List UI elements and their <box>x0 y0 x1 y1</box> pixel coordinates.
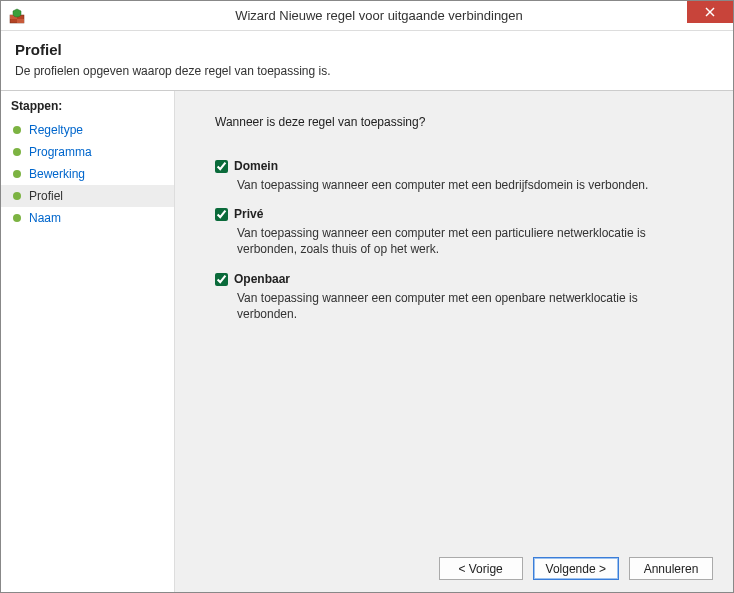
checkbox-row-domain[interactable]: Domein <box>215 159 705 173</box>
main-pane: Wanneer is deze regel van toepassing? Do… <box>175 91 733 593</box>
next-button[interactable]: Volgende > <box>533 557 619 580</box>
firewall-icon <box>9 8 25 24</box>
page-title: Profiel <box>15 41 719 58</box>
checkbox-label: Openbaar <box>234 272 290 286</box>
page-subtitle: De profielen opgeven waarop deze regel v… <box>15 64 719 78</box>
cancel-button[interactable]: Annuleren <box>629 557 713 580</box>
bullet-icon <box>13 192 21 200</box>
step-label: Bewerking <box>29 167 85 181</box>
wizard-header: Profiel De profielen opgeven waarop deze… <box>1 31 733 91</box>
checkbox-label: Privé <box>234 207 263 221</box>
checkbox-description: Van toepassing wanneer een computer met … <box>237 177 667 193</box>
button-bar: < Vorige Volgende > Annuleren <box>439 557 713 580</box>
steps-heading: Stappen: <box>1 95 174 119</box>
bullet-icon <box>13 126 21 134</box>
step-label: Naam <box>29 211 61 225</box>
step-bewerking[interactable]: Bewerking <box>1 163 174 185</box>
window-title: Wizard Nieuwe regel voor uitgaande verbi… <box>25 8 733 23</box>
step-naam[interactable]: Naam <box>1 207 174 229</box>
checkbox-description: Van toepassing wanneer een computer met … <box>237 290 667 322</box>
titlebar: Wizard Nieuwe regel voor uitgaande verbi… <box>1 1 733 31</box>
checkbox-private[interactable] <box>215 208 228 221</box>
svg-rect-2 <box>17 19 24 23</box>
checkbox-row-private[interactable]: Privé <box>215 207 705 221</box>
step-label: Regeltype <box>29 123 83 137</box>
back-button[interactable]: < Vorige <box>439 557 523 580</box>
close-button[interactable] <box>687 1 733 23</box>
question-text: Wanneer is deze regel van toepassing? <box>215 115 705 129</box>
checkbox-row-public[interactable]: Openbaar <box>215 272 705 286</box>
checkbox-label: Domein <box>234 159 278 173</box>
bullet-icon <box>13 170 21 178</box>
step-regeltype[interactable]: Regeltype <box>1 119 174 141</box>
option-domain: Domein Van toepassing wanneer een comput… <box>215 159 705 207</box>
step-label: Profiel <box>29 189 63 203</box>
step-label: Programma <box>29 145 92 159</box>
checkbox-description: Van toepassing wanneer een computer met … <box>237 225 667 257</box>
bullet-icon <box>13 148 21 156</box>
option-public: Openbaar Van toepassing wanneer een comp… <box>215 272 705 336</box>
steps-sidebar: Stappen: Regeltype Programma Bewerking P… <box>1 91 175 593</box>
step-programma[interactable]: Programma <box>1 141 174 163</box>
checkbox-public[interactable] <box>215 273 228 286</box>
option-private: Privé Van toepassing wanneer een compute… <box>215 207 705 271</box>
close-icon <box>705 7 715 17</box>
bullet-icon <box>13 214 21 222</box>
checkbox-domain[interactable] <box>215 160 228 173</box>
wizard-body: Stappen: Regeltype Programma Bewerking P… <box>1 91 733 593</box>
step-profiel[interactable]: Profiel <box>1 185 174 207</box>
